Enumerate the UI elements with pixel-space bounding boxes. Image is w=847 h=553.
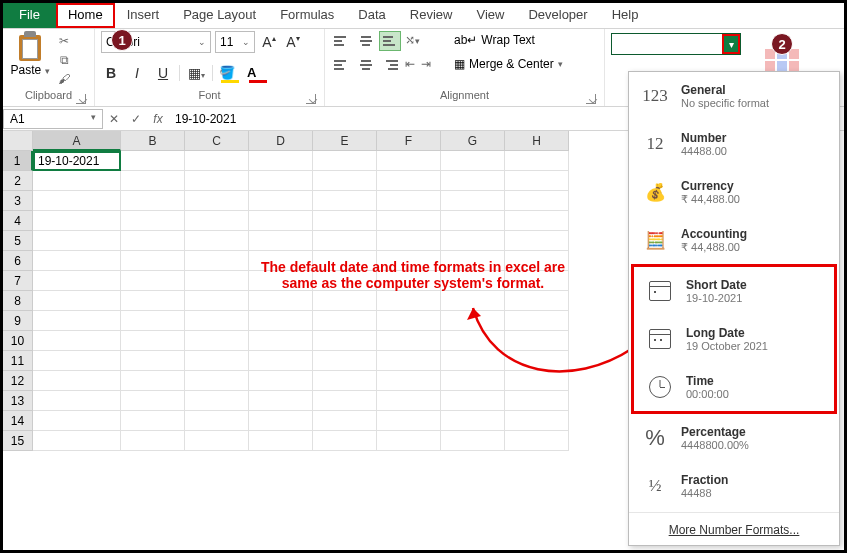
cell[interactable] — [505, 371, 569, 391]
align-middle-button[interactable] — [355, 31, 377, 51]
format-number[interactable]: 12 Number44488.00 — [629, 120, 839, 168]
cell[interactable] — [377, 151, 441, 171]
cell[interactable] — [33, 211, 121, 231]
row-header-15[interactable]: 15 — [3, 431, 33, 451]
increase-indent-button[interactable]: ⇥ — [419, 55, 433, 75]
row-header-4[interactable]: 4 — [3, 211, 33, 231]
enter-formula-button[interactable]: ✓ — [125, 112, 147, 126]
row-header-13[interactable]: 13 — [3, 391, 33, 411]
cell[interactable] — [249, 351, 313, 371]
select-all-triangle[interactable] — [3, 131, 33, 151]
cell[interactable] — [33, 431, 121, 451]
format-short-date[interactable]: Short Date19-10-2021 — [634, 267, 834, 315]
tab-view[interactable]: View — [464, 3, 516, 28]
col-header-F[interactable]: F — [377, 131, 441, 151]
cell[interactable] — [441, 371, 505, 391]
cell[interactable] — [185, 231, 249, 251]
cell[interactable] — [33, 311, 121, 331]
cell[interactable] — [249, 431, 313, 451]
cell[interactable] — [121, 191, 185, 211]
cell[interactable] — [185, 291, 249, 311]
cell[interactable] — [313, 331, 377, 351]
cell[interactable] — [377, 311, 441, 331]
cell[interactable] — [33, 251, 121, 271]
cell[interactable] — [313, 171, 377, 191]
col-header-C[interactable]: C — [185, 131, 249, 151]
cell[interactable] — [441, 291, 505, 311]
cell[interactable] — [505, 171, 569, 191]
cell[interactable] — [377, 351, 441, 371]
row-header-10[interactable]: 10 — [3, 331, 33, 351]
orientation-button[interactable]: ⤭▾ — [403, 31, 422, 51]
align-center-button[interactable] — [355, 55, 377, 75]
cell[interactable] — [313, 211, 377, 231]
increase-font-button[interactable]: A▴ — [259, 34, 279, 50]
cell[interactable] — [33, 171, 121, 191]
italic-button[interactable]: I — [127, 65, 147, 81]
cell[interactable] — [185, 271, 249, 291]
cell[interactable] — [121, 371, 185, 391]
cell[interactable] — [249, 211, 313, 231]
cell[interactable] — [33, 371, 121, 391]
cell[interactable] — [377, 171, 441, 191]
cell[interactable] — [313, 151, 377, 171]
cell[interactable] — [505, 431, 569, 451]
font-color-button[interactable]: A — [247, 63, 269, 83]
clipboard-launcher[interactable] — [76, 94, 86, 104]
cell[interactable] — [377, 251, 441, 271]
row-header-1[interactable]: 1 — [3, 151, 33, 171]
cell[interactable] — [185, 351, 249, 371]
more-number-formats[interactable]: More Number Formats... — [629, 515, 839, 541]
cell[interactable] — [185, 191, 249, 211]
cell[interactable] — [377, 191, 441, 211]
col-header-G[interactable]: G — [441, 131, 505, 151]
cell[interactable] — [185, 411, 249, 431]
cell[interactable] — [377, 391, 441, 411]
col-header-A[interactable]: A — [33, 131, 121, 151]
cell[interactable] — [121, 391, 185, 411]
cell[interactable] — [441, 191, 505, 211]
cell[interactable] — [249, 391, 313, 411]
cell[interactable] — [505, 291, 569, 311]
cell[interactable] — [121, 271, 185, 291]
cell[interactable] — [441, 431, 505, 451]
format-percentage[interactable]: % Percentage4448800.00% — [629, 414, 839, 462]
cell[interactable] — [441, 231, 505, 251]
row-header-5[interactable]: 5 — [3, 231, 33, 251]
font-size-select[interactable]: 11⌄ — [215, 31, 255, 53]
cell[interactable] — [441, 411, 505, 431]
cell[interactable] — [249, 231, 313, 251]
name-box[interactable]: A1▾ — [3, 109, 103, 129]
row-header-6[interactable]: 6 — [3, 251, 33, 271]
wrap-text-button[interactable]: ab↵Wrap Text — [450, 31, 567, 49]
format-accounting[interactable]: 🧮 Accounting₹ 44,488.00 — [629, 216, 839, 264]
cell[interactable] — [441, 391, 505, 411]
cell[interactable] — [185, 391, 249, 411]
cell[interactable] — [185, 311, 249, 331]
format-time[interactable]: Time00:00:00 — [634, 363, 834, 411]
format-general[interactable]: 123 GeneralNo specific format — [629, 72, 839, 120]
cell[interactable] — [249, 251, 313, 271]
cell[interactable] — [249, 151, 313, 171]
paste-button[interactable]: Paste ▾ — [9, 31, 51, 77]
cut-button[interactable]: ✂ — [55, 33, 73, 49]
cell-A1[interactable]: 19-10-2021 — [33, 151, 121, 171]
cell[interactable] — [441, 251, 505, 271]
number-format-select[interactable]: ▾ — [611, 33, 741, 55]
cell[interactable] — [313, 191, 377, 211]
tab-formulas[interactable]: Formulas — [268, 3, 346, 28]
tab-review[interactable]: Review — [398, 3, 465, 28]
cell[interactable] — [33, 291, 121, 311]
cell[interactable] — [377, 231, 441, 251]
cell[interactable] — [313, 271, 377, 291]
cell[interactable] — [185, 331, 249, 351]
bold-button[interactable]: B — [101, 65, 121, 81]
cell[interactable] — [121, 171, 185, 191]
row-header-14[interactable]: 14 — [3, 411, 33, 431]
insert-function-button[interactable]: fx — [147, 112, 169, 126]
cell[interactable] — [313, 351, 377, 371]
cell[interactable] — [121, 251, 185, 271]
cell[interactable] — [313, 251, 377, 271]
cell[interactable] — [441, 211, 505, 231]
cell[interactable] — [505, 251, 569, 271]
